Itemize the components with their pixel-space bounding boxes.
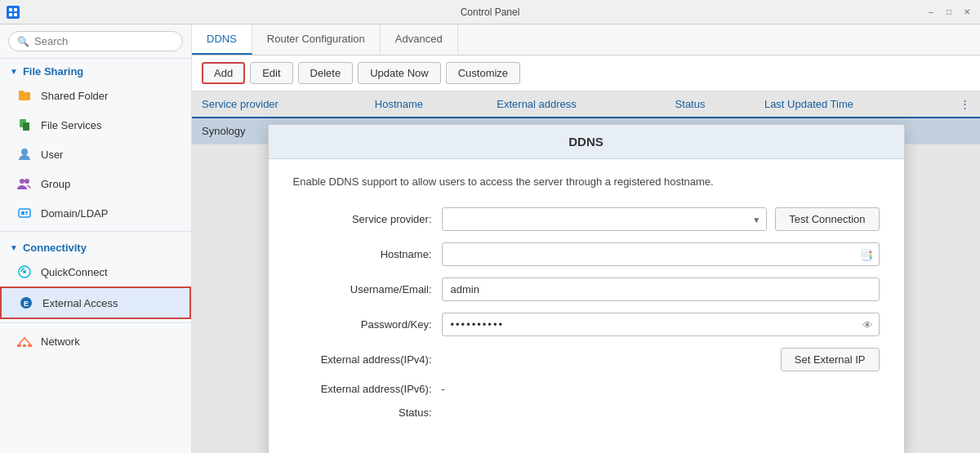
modal-body: Enable DDNS support to allow users to ac… [269, 159, 904, 453]
modal-description: Enable DDNS support to allow users to ac… [293, 175, 880, 188]
sidebar-label-domain-ldap: Domain/LDAP [41, 207, 108, 220]
delete-button[interactable]: Delete [298, 62, 354, 84]
svg-rect-12 [25, 214, 28, 215]
sidebar-item-file-services[interactable]: File Services [0, 110, 191, 140]
user-icon [16, 146, 33, 162]
content-area: DDNS Router Configuration Advanced Add E… [192, 24, 980, 453]
sidebar-label-quickconnect: QuickConnect [41, 266, 108, 278]
label-ipv4: External address(IPv4): [293, 353, 432, 366]
sidebar-item-group[interactable]: Group [0, 169, 191, 198]
title-bar-title: Control Panel [461, 7, 520, 18]
service-provider-select-wrapper: ▼ [442, 207, 768, 231]
svg-rect-0 [9, 8, 12, 11]
ipv6-value: - [442, 383, 445, 395]
domain-icon [16, 205, 33, 221]
tab-router-configuration[interactable]: Router Configuration [252, 24, 381, 55]
sidebar-label-file-services: File Services [41, 119, 101, 131]
svg-point-8 [24, 179, 29, 184]
ipv6-wrapper: - [442, 383, 880, 395]
add-button[interactable]: Add [202, 62, 245, 84]
modal-overlay: DDNS Enable DDNS support to allow users … [192, 91, 980, 453]
form-row-status: Status: [293, 406, 880, 419]
svg-rect-11 [25, 211, 28, 213]
sidebar-item-external-access[interactable]: E External Access [0, 286, 191, 319]
hostname-wrapper: 📑 [442, 242, 880, 266]
sidebar-item-shared-folder[interactable]: Shared Folder [0, 81, 191, 110]
test-connection-button[interactable]: Test Connection [775, 207, 879, 231]
label-hostname: Hostname: [293, 248, 432, 260]
sidebar-label-external-access: External Access [42, 297, 118, 309]
set-external-ip-button[interactable]: Set External IP [781, 348, 880, 371]
title-bar-controls: – □ ✕ [924, 6, 973, 19]
svg-text:E: E [24, 300, 29, 308]
external-icon: E [18, 295, 34, 311]
search-input[interactable] [34, 35, 174, 47]
hostname-input-wrapper: 📑 [442, 242, 880, 266]
section-header-connectivity[interactable]: ▼ Connectivity [0, 235, 191, 257]
eye-icon[interactable]: 👁 [862, 318, 873, 331]
search-icon: 🔍 [17, 36, 29, 47]
title-bar: Control Panel – □ ✕ [0, 0, 980, 24]
password-input-wrapper: 👁 [442, 313, 880, 336]
label-username: Username/Email: [293, 283, 432, 295]
form-row-username: Username/Email: [293, 278, 880, 301]
tab-ddns[interactable]: DDNS [192, 24, 252, 55]
sidebar-item-domain-ldap[interactable]: Domain/LDAP [0, 198, 191, 228]
svg-rect-3 [14, 13, 17, 16]
svg-rect-17 [23, 344, 26, 347]
service-provider-select[interactable] [442, 207, 768, 231]
chevron-down-icon: ▼ [10, 67, 18, 76]
form-row-service-provider: Service provider: ▼ Test Connection [293, 207, 880, 231]
sidebar-label-network: Network [41, 335, 80, 348]
svg-point-6 [21, 149, 28, 155]
form-row-ipv6: External address(IPv6): - [293, 383, 880, 395]
username-wrapper [442, 278, 880, 301]
password-input[interactable] [442, 313, 880, 336]
label-status: Status: [293, 406, 432, 419]
sidebar-label-group: Group [41, 178, 70, 190]
form-row-ipv4: External address(IPv4): Set External IP [293, 348, 880, 371]
toolbar: Add Edit Delete Update Now Customize [192, 56, 980, 91]
ddns-modal: DDNS Enable DDNS support to allow users … [268, 124, 905, 453]
svg-rect-10 [21, 211, 24, 215]
username-input[interactable] [442, 278, 880, 301]
tab-advanced[interactable]: Advanced [381, 24, 458, 55]
modal-title: DDNS [568, 135, 604, 149]
edit-button[interactable]: Edit [250, 62, 292, 84]
file-services-icon [16, 117, 33, 133]
customize-button[interactable]: Customize [446, 62, 520, 84]
modal-header: DDNS [269, 125, 904, 159]
sidebar-label-shared-folder: Shared Folder [41, 90, 108, 102]
title-bar-left [7, 6, 20, 19]
sidebar-item-quickconnect[interactable]: QuickConnect [0, 257, 191, 286]
minimize-button[interactable]: – [924, 6, 938, 19]
tabs-bar: DDNS Router Configuration Advanced [192, 24, 980, 56]
label-ipv6: External address(IPv6): [293, 383, 432, 395]
ipv4-wrapper: Set External IP [442, 348, 880, 371]
sidebar-item-user[interactable]: User [0, 140, 191, 169]
update-now-button[interactable]: Update Now [358, 62, 441, 84]
svg-rect-1 [14, 8, 17, 11]
close-button[interactable]: ✕ [960, 6, 973, 19]
label-password: Password/Key: [293, 318, 432, 331]
section-header-file-sharing[interactable]: ▼ File Sharing [0, 59, 191, 81]
label-service-provider: Service provider: [293, 213, 432, 225]
sidebar-divider-2 [0, 322, 191, 323]
sidebar: 🔍 ▼ File Sharing Shared Folder [0, 24, 192, 453]
app-icon [7, 6, 20, 19]
chevron-down-icon-2: ▼ [10, 243, 18, 252]
table-container: Service provider Hostname External addre… [192, 91, 980, 453]
hostname-input[interactable] [442, 242, 880, 266]
network-icon [16, 333, 33, 349]
section-label-connectivity: Connectivity [23, 242, 87, 254]
svg-rect-2 [9, 13, 12, 16]
svg-point-7 [20, 179, 24, 184]
folder-icon [16, 87, 33, 104]
svg-rect-18 [17, 344, 21, 347]
search-box[interactable]: 🔍 [8, 31, 183, 51]
service-provider-wrapper: ▼ Test Connection [442, 207, 880, 231]
sidebar-item-network[interactable]: Network [0, 326, 191, 356]
app-container: 🔍 ▼ File Sharing Shared Folder [0, 24, 980, 453]
maximize-button[interactable]: □ [942, 6, 956, 19]
svg-rect-5 [23, 122, 29, 131]
